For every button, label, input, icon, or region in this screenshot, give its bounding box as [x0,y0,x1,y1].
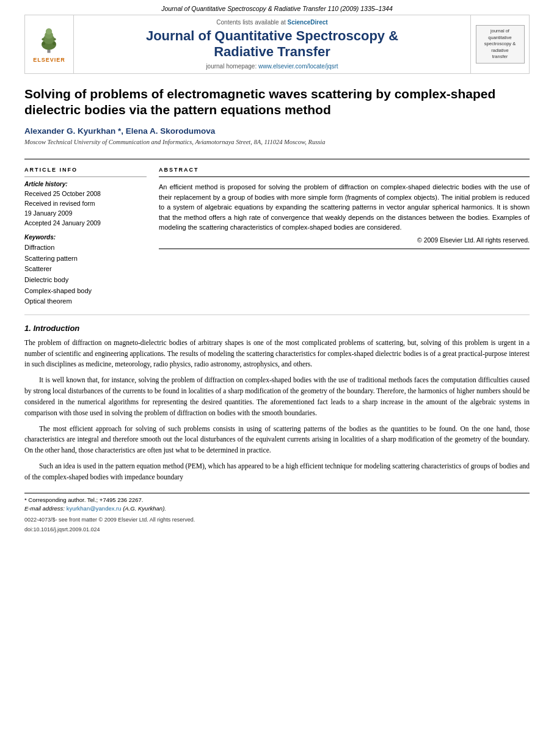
affiliation: Moscow Technical University of Communica… [24,139,530,145]
svg-point-4 [46,28,52,34]
keyword-optical-theorem: Optical theorem [24,296,147,307]
abstract-copyright: © 2009 Elsevier Ltd. All rights reserved… [159,236,530,244]
elsevier-tree-icon [34,26,64,55]
svg-point-5 [42,42,45,45]
received-date: Received 25 October 2008 [24,189,147,199]
footnote-email: E-mail address: kyurkhan@yandex.ru (A.G.… [24,504,530,513]
page: Journal of Quantitative Spectroscopy & R… [0,0,554,756]
journal-title-block: Contents lists available at ScienceDirec… [74,15,471,73]
section-divider [24,314,530,315]
keyword-complex-shaped-body: Complex-shaped body [24,286,147,297]
abstract-text: An efficient method is proposed for solv… [159,182,530,233]
accepted-date: Accepted 24 January 2009 [24,219,147,228]
divider-after-affiliation [24,159,530,159]
small-logo-block: journal ofquantitativespectroscopy &radi… [471,15,529,73]
info-abstract-columns: Article Info Article history: Received 2… [24,167,530,307]
sciencedirect-link[interactable]: ScienceDirect [288,19,328,26]
footnote-star: * Corresponding author. Tel.; +7495 236 … [24,496,530,504]
svg-point-6 [53,42,56,45]
email-label: E-mail address: [24,505,67,512]
keywords-block: Keywords: Diffraction Scattering pattern… [24,234,147,307]
keyword-scattering-pattern: Scattering pattern [24,253,147,264]
article-title-section: Solving of problems of electromagnetic w… [24,74,530,159]
elsevier-logo-block: ELSEVIER [25,15,74,73]
sciencedirect-line: Contents lists available at ScienceDirec… [80,19,464,26]
abstract-column: ABSTRACT An efficient method is proposed… [159,167,530,307]
keyword-scatterer: Scatterer [24,264,147,275]
main-content: Solving of problems of electromagnetic w… [0,74,554,532]
footer-divider [24,493,530,493]
intro-para3: The most efficient approach for solving … [24,424,530,456]
article-info-block: Article history: Received 25 October 200… [24,176,147,228]
issn-line: 0022-4073/$- see front matter © 2009 Els… [24,517,530,523]
intro-para1: The problem of diffraction on magneto-di… [24,338,530,370]
intro-para2: It is well known that, for instance, sol… [24,375,530,418]
journal-title: Journal of Quantitative Spectroscopy & R… [80,28,464,60]
email-link[interactable]: kyurkhan@yandex.ru [67,505,122,512]
keywords-label: Keywords: [24,234,147,241]
elsevier-brand-text: ELSEVIER [33,57,65,63]
article-info-heading: Article Info [24,167,147,173]
keyword-diffraction: Diffraction [24,242,147,253]
abstract-divider-bottom [159,249,530,249]
journal-homepage: journal homepage: www.elsevier.com/locat… [80,63,464,70]
sciencedirect-prefix: Contents lists available at [216,19,287,26]
journal-header: ELSEVIER Contents lists available at Sci… [24,15,530,74]
top-reference: Journal of Quantitative Spectroscopy & R… [0,0,554,15]
elsevier-logo: ELSEVIER [33,26,65,63]
svg-point-7 [42,38,45,40]
homepage-url[interactable]: www.elsevier.com/locate/jqsrt [258,63,338,70]
revised-date: 19 January 2009 [24,209,147,219]
article-history-label: Article history: [24,181,147,187]
intro-para4: Such an idea is used in the pattern equa… [24,461,530,483]
small-journal-logo: journal ofquantitativespectroscopy &radi… [476,25,525,64]
revised-label: Received in revised form [24,199,147,209]
article-info-column: Article Info Article history: Received 2… [24,167,147,307]
intro-heading: 1. Introduction [24,324,530,333]
abstract-heading: ABSTRACT [159,167,530,173]
article-title: Solving of problems of electromagnetic w… [24,86,530,118]
email-suffix: (A.G. Kyurkhan). [123,505,166,512]
abstract-divider-top [159,176,530,177]
doi-line: doi:10.1016/j.jqsrt.2009.01.024 [24,526,530,532]
keyword-dielectric-body: Dielectric body [24,275,147,286]
authors: Alexander G. Kyurkhan *, Elena A. Skorod… [24,126,530,136]
svg-point-8 [54,38,56,40]
